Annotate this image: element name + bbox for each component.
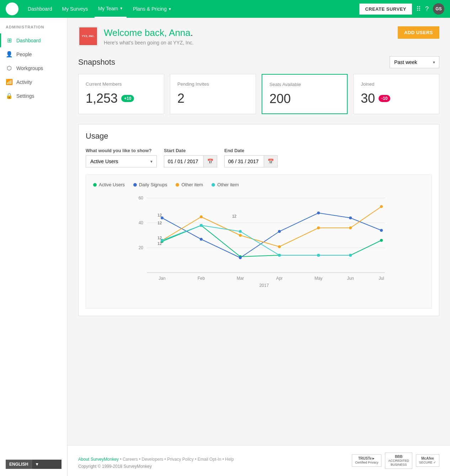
footer-link-careers[interactable]: Careers bbox=[123, 457, 138, 462]
svg-text:Jan: Jan bbox=[159, 276, 165, 281]
help-button[interactable]: ? bbox=[425, 5, 429, 13]
legend-active-users: Active Users bbox=[93, 182, 125, 187]
usage-title: Usage bbox=[86, 132, 432, 141]
footer-link-help[interactable]: Help bbox=[225, 457, 234, 462]
main-content: YYZ, INC. Welcome back, Anna. Here's wha… bbox=[68, 18, 450, 445]
legend-dot-signups bbox=[133, 183, 137, 187]
svg-text:Jun: Jun bbox=[347, 276, 354, 281]
usage-section: Usage What would you like to show? Activ… bbox=[78, 124, 439, 316]
sidebar-footer: ENGLISH ▼ bbox=[0, 453, 67, 476]
sidebar: ADMINISTRATION ⊞ Dashboard 👤 People ⬡ Wo… bbox=[0, 18, 68, 476]
sidebar-label-dashboard: Dashboard bbox=[16, 38, 41, 43]
svg-text:12: 12 bbox=[157, 213, 162, 217]
sidebar-label-settings: Settings bbox=[16, 93, 34, 99]
sidebar-section-label: ADMINISTRATION bbox=[0, 25, 67, 33]
show-select[interactable]: Active Users Daily Signups Other item bbox=[86, 155, 157, 167]
footer-link-about[interactable]: About SurveyMonkey bbox=[78, 457, 119, 462]
footer-left: About SurveyMonkey • Careers • Developer… bbox=[78, 457, 234, 469]
sidebar-item-settings[interactable]: 🔒 Settings bbox=[0, 89, 67, 103]
welcome-subtitle: Here's what's been going on at YYZ, Inc. bbox=[104, 40, 194, 46]
svg-text:60: 60 bbox=[139, 196, 144, 200]
line-active-users bbox=[162, 225, 381, 257]
start-date-label: Start Date bbox=[164, 148, 217, 153]
snapshots-header: Snapshots Past week Past month Past year bbox=[78, 56, 439, 68]
start-date-calendar-icon[interactable]: 📅 bbox=[203, 156, 217, 167]
snapshot-card-invites: Pending Invites 2 bbox=[170, 74, 256, 114]
legend-label-other-teal: Other item bbox=[217, 182, 239, 187]
create-survey-button[interactable]: CREATE SURVEY bbox=[359, 4, 412, 15]
bbb-badge: BBBACCREDITEDBUSINESS bbox=[385, 453, 412, 469]
workgroups-icon: ⬡ bbox=[6, 65, 13, 71]
sidebar-label-workgroups: Workgroups bbox=[16, 65, 43, 71]
footer-copyright: Copyright © 1999-2018 SurveyMonkey bbox=[78, 464, 234, 469]
language-label: ENGLISH bbox=[6, 460, 32, 469]
point-teal-apr bbox=[278, 254, 281, 257]
team-caret: ▼ bbox=[119, 6, 123, 10]
svg-point-0 bbox=[10, 6, 14, 9]
point-yellow-mar bbox=[239, 234, 242, 237]
snapshot-card-seats: Seats Available 200 bbox=[262, 74, 348, 114]
joined-label: Joined bbox=[361, 81, 432, 87]
end-date-field: 📅 bbox=[224, 155, 278, 167]
svg-text:12: 12 bbox=[232, 214, 236, 218]
svg-text:Jul: Jul bbox=[379, 276, 384, 281]
members-value: 1,253 bbox=[86, 91, 118, 106]
snapshots-title: Snapshots bbox=[78, 58, 115, 67]
seats-value-row: 200 bbox=[269, 91, 340, 106]
members-value-row: 1,253 +10 bbox=[86, 91, 157, 106]
invites-value: 2 bbox=[177, 91, 184, 106]
people-icon: 👤 bbox=[6, 51, 13, 58]
invites-label: Pending Invites bbox=[177, 81, 248, 87]
invites-value-row: 2 bbox=[177, 91, 248, 106]
svg-text:12: 12 bbox=[157, 221, 162, 225]
footer-bottom: About SurveyMonkey • Careers • Developer… bbox=[78, 453, 439, 469]
snapshot-card-joined: Joined 30 -10 bbox=[353, 74, 439, 114]
end-date-calendar-icon[interactable]: 📅 bbox=[264, 156, 277, 167]
org-logo: YYZ, INC. bbox=[78, 26, 98, 46]
seats-value: 200 bbox=[269, 91, 291, 106]
legend-label-signups: Daily Signups bbox=[139, 182, 167, 187]
point-signup-feb bbox=[200, 238, 203, 241]
apps-grid-button[interactable]: ⠿ bbox=[416, 5, 421, 13]
legend-dot-other-teal bbox=[211, 183, 215, 187]
legend-other-yellow: Other item bbox=[176, 182, 203, 187]
legend-daily-signups: Daily Signups bbox=[133, 182, 167, 187]
logo[interactable] bbox=[6, 2, 18, 15]
footer-link-developers[interactable]: Developers bbox=[142, 457, 164, 462]
period-select[interactable]: Past week Past month Past year bbox=[390, 56, 439, 68]
nav-surveys[interactable]: My Surveys bbox=[59, 0, 92, 18]
start-date-input[interactable] bbox=[164, 156, 203, 167]
svg-text:Apr: Apr bbox=[276, 276, 283, 281]
sidebar-label-activity: Activity bbox=[16, 79, 32, 85]
sidebar-item-dashboard[interactable]: ⊞ Dashboard bbox=[0, 33, 67, 47]
show-select-wrapper: Active Users Daily Signups Other item bbox=[86, 155, 157, 167]
point-teal-mar bbox=[239, 230, 242, 233]
legend-other-teal: Other item bbox=[211, 182, 239, 187]
add-users-button[interactable]: ADD USERS bbox=[398, 26, 439, 39]
sidebar-item-activity[interactable]: 📶 Activity bbox=[0, 75, 67, 89]
sidebar-item-workgroups[interactable]: ⬡ Workgroups bbox=[0, 61, 67, 75]
footer-links: About SurveyMonkey • Careers • Developer… bbox=[78, 457, 234, 462]
layout: ADMINISTRATION ⊞ Dashboard 👤 People ⬡ Wo… bbox=[0, 18, 450, 476]
user-avatar[interactable]: GS bbox=[433, 3, 444, 15]
svg-text:40: 40 bbox=[139, 220, 144, 225]
period-select-wrapper: Past week Past month Past year bbox=[390, 56, 439, 68]
nav-dashboard[interactable]: Dashboard bbox=[24, 0, 56, 18]
sidebar-item-people[interactable]: 👤 People bbox=[0, 47, 67, 61]
show-control: What would you like to show? Active User… bbox=[86, 148, 157, 167]
footer-link-privacy[interactable]: Privacy Policy bbox=[167, 457, 194, 462]
welcome-prefix: Welcome back, bbox=[104, 27, 169, 38]
trust-badges: TRUSTe►Certified Privacy BBBACCREDITEDBU… bbox=[352, 453, 439, 469]
nav-plans[interactable]: Plans & Pricing ▼ bbox=[129, 0, 175, 18]
nav-team[interactable]: My Team ▼ bbox=[95, 0, 127, 18]
language-caret[interactable]: ▼ bbox=[32, 460, 42, 469]
point-teal-may bbox=[317, 254, 320, 257]
settings-icon: 🔒 bbox=[6, 92, 13, 99]
language-button[interactable]: ENGLISH ▼ bbox=[6, 460, 61, 469]
point-signup-jul bbox=[380, 229, 383, 232]
end-date-input[interactable] bbox=[225, 156, 264, 167]
joined-value-row: 30 -10 bbox=[361, 91, 432, 106]
joined-value: 30 bbox=[361, 91, 375, 106]
footer-link-email[interactable]: Email Opt-In bbox=[198, 457, 221, 462]
welcome-text: Welcome back, Anna. Here's what's been g… bbox=[104, 27, 194, 46]
